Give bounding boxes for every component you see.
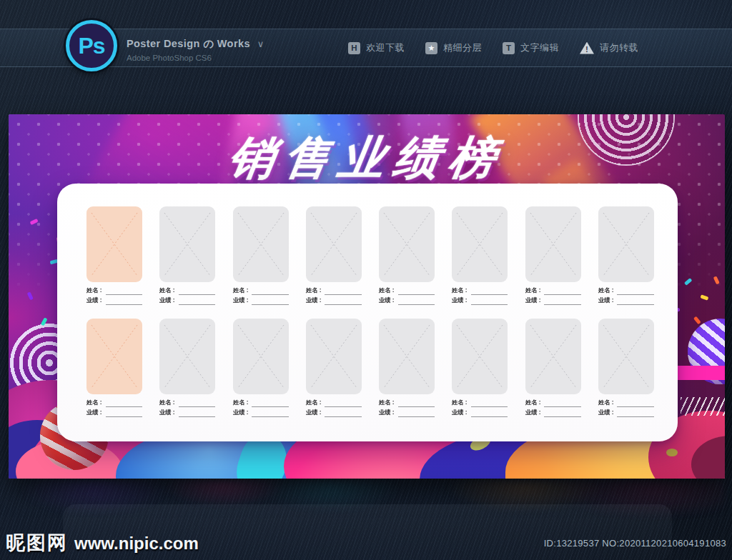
score-label: 业绩 : <box>86 296 102 305</box>
header-badges: H 欢迎下载 ★ 精细分层 T 文字编辑 ! 请勿转载 <box>348 41 638 54</box>
photo-frame-placeholder <box>598 319 654 394</box>
fill-in-line <box>325 410 362 417</box>
score-label-row: 业绩 : <box>159 296 215 305</box>
fill-in-line <box>106 288 143 295</box>
score-label-row: 业绩 : <box>86 409 142 417</box>
badge-fine-layers[interactable]: ★ 精细分层 <box>425 41 482 54</box>
photo-labels: 姓名 :业绩 : <box>86 286 142 305</box>
score-label-row: 业绩 : <box>598 296 654 305</box>
name-label: 姓名 : <box>159 399 175 407</box>
score-label: 业绩 : <box>598 296 614 305</box>
photo-cell: 姓名 :业绩 : <box>306 319 362 419</box>
photo-labels: 姓名 :业绩 : <box>379 399 435 417</box>
fill-in-line <box>398 410 435 417</box>
photo-labels: 姓名 :业绩 : <box>525 286 581 305</box>
fill-in-line <box>106 400 143 407</box>
name-label-row: 姓名 : <box>86 399 142 407</box>
photoshop-logo[interactable]: Ps <box>66 20 117 71</box>
photo-cell: 姓名 :业绩 : <box>525 206 581 306</box>
score-label: 业绩 : <box>306 296 322 305</box>
image-id-text: ID:13219537 NO:20201120210604191083 <box>544 538 726 549</box>
fill-in-line <box>544 288 581 295</box>
name-label: 姓名 : <box>86 399 102 407</box>
photo-frame-placeholder <box>86 319 142 394</box>
photo-labels: 姓名 :业绩 : <box>598 399 654 417</box>
photo-cell: 姓名 :业绩 : <box>379 206 435 306</box>
name-label: 姓名 : <box>306 286 322 295</box>
name-label-row: 姓名 : <box>598 399 654 407</box>
photo-labels: 姓名 :业绩 : <box>86 399 142 417</box>
score-label-row: 业绩 : <box>306 296 362 305</box>
fill-in-line <box>252 410 289 417</box>
badge-no-repost[interactable]: ! 请勿转载 <box>580 41 638 54</box>
photo-frame-placeholder <box>379 319 435 394</box>
fill-in-line <box>398 288 435 295</box>
score-label: 业绩 : <box>452 296 468 305</box>
photo-cell: 姓名 :业绩 : <box>233 206 289 306</box>
photo-labels: 姓名 :业绩 : <box>379 286 435 305</box>
name-label: 姓名 : <box>525 286 541 295</box>
photo-labels: 姓名 :业绩 : <box>306 399 362 417</box>
fill-in-line <box>617 288 654 295</box>
fill-in-line <box>544 410 581 417</box>
fill-in-line <box>179 400 216 407</box>
score-label-row: 业绩 : <box>525 296 581 305</box>
photo-frame-placeholder <box>379 206 435 282</box>
header-title-block: Poster Design の Works ∨ Adobe PhotoShop … <box>127 37 264 62</box>
fill-in-line <box>544 298 581 305</box>
chevron-down-icon[interactable]: ∨ <box>257 39 264 49</box>
name-label: 姓名 : <box>452 399 468 407</box>
name-label-row: 姓名 : <box>233 286 289 295</box>
fill-in-line <box>252 400 289 407</box>
works-title: Poster Design の Works <box>127 37 250 51</box>
star-icon: ★ <box>425 42 437 54</box>
photo-cell: 姓名 :业绩 : <box>452 319 508 419</box>
score-label-row: 业绩 : <box>525 409 581 417</box>
name-label: 姓名 : <box>233 286 249 295</box>
name-label: 姓名 : <box>306 399 322 407</box>
fill-in-line <box>617 298 654 305</box>
fill-in-line <box>106 410 143 417</box>
score-label-row: 业绩 : <box>233 409 289 417</box>
score-label: 业绩 : <box>233 409 249 417</box>
score-label: 业绩 : <box>86 409 102 417</box>
photo-cell: 姓名 :业绩 : <box>525 319 581 419</box>
photo-labels: 姓名 :业绩 : <box>159 399 215 417</box>
score-label-row: 业绩 : <box>452 409 508 417</box>
photo-frame-placeholder <box>452 319 508 394</box>
fluid-shape-decor <box>666 449 678 456</box>
score-label-row: 业绩 : <box>306 409 362 417</box>
photo-frame-placeholder <box>306 206 362 282</box>
name-label-row: 姓名 : <box>379 399 435 407</box>
app-subtitle: Adobe PhotoShop CS6 <box>127 54 264 62</box>
fill-in-line <box>252 298 289 305</box>
fill-in-line <box>617 410 654 417</box>
name-label-row: 姓名 : <box>525 286 581 295</box>
photo-cell: 姓名 :业绩 : <box>233 319 289 419</box>
fill-in-line <box>398 298 435 305</box>
photo-cell: 姓名 :业绩 : <box>159 206 215 306</box>
badge-text-editing[interactable]: T 文字编辑 <box>503 41 559 54</box>
name-label-row: 姓名 : <box>159 399 215 407</box>
badge-welcome-download[interactable]: H 欢迎下载 <box>348 41 405 54</box>
score-label-row: 业绩 : <box>379 296 435 305</box>
photo-labels: 姓名 :业绩 : <box>233 399 289 417</box>
fill-in-line <box>106 298 143 305</box>
h-icon: H <box>348 42 360 54</box>
score-label: 业绩 : <box>379 296 395 305</box>
poster-preview: 销售业绩榜 姓名 :业绩 :姓名 :业绩 :姓名 :业绩 :姓名 :业绩 :姓名… <box>9 114 725 479</box>
photoshop-logo-label: Ps <box>78 33 104 59</box>
fill-in-line <box>617 400 654 407</box>
score-label: 业绩 : <box>233 296 249 305</box>
photo-labels: 姓名 :业绩 : <box>233 286 289 305</box>
name-label-row: 姓名 : <box>233 399 289 407</box>
photo-cell: 姓名 :业绩 : <box>306 206 362 306</box>
watermark: 昵图网 www.nipic.com <box>6 530 199 556</box>
photo-frame-placeholder <box>233 319 289 394</box>
name-label-row: 姓名 : <box>525 399 581 407</box>
name-label: 姓名 : <box>233 399 249 407</box>
name-label: 姓名 : <box>379 286 395 295</box>
fill-in-line <box>252 288 289 295</box>
site-logo-text: 昵图网 <box>6 530 68 556</box>
hatch-lines-decor <box>681 397 725 416</box>
